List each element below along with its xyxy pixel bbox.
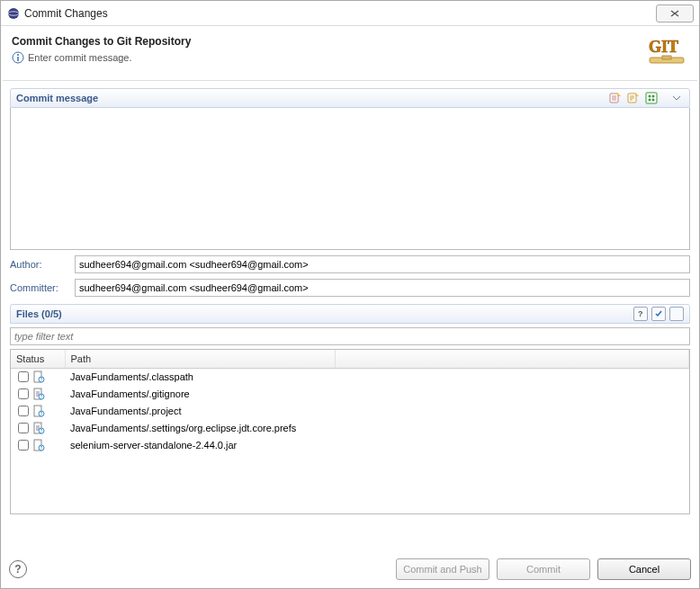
button-row: ? Commit and Push Commit Cancel (9, 558, 691, 580)
svg-rect-10 (646, 93, 657, 103)
commit-message-header: Commit message (10, 88, 690, 108)
svg-point-12 (652, 95, 655, 98)
deselect-all-button[interactable] (669, 307, 684, 321)
file-checkbox[interactable] (18, 440, 29, 451)
svg-point-0 (8, 8, 19, 19)
header-title: Commit Changes to Git Repository (12, 35, 636, 48)
files-table-container: Status Path ? JavaFundaments/.classpath … (10, 349, 690, 514)
menu-dropdown-icon[interactable] (669, 91, 684, 105)
svg-point-13 (649, 99, 651, 102)
column-status[interactable]: Status (11, 350, 65, 368)
file-path: JavaFundaments/.classpath (65, 368, 335, 386)
commit-and-push-button[interactable]: Commit and Push (396, 558, 489, 580)
svg-text:GIT: GIT (649, 38, 678, 56)
commit-button[interactable]: Commit (497, 558, 590, 580)
filter-input[interactable] (10, 327, 690, 345)
svg-text:?: ? (40, 377, 43, 382)
column-spacer (335, 350, 689, 368)
svg-point-11 (649, 95, 651, 98)
committer-input[interactable] (75, 279, 690, 297)
commit-message-input[interactable] (11, 108, 689, 249)
files-table: Status Path ? JavaFundaments/.classpath … (11, 350, 689, 454)
commit-message-container (10, 108, 690, 250)
author-label: Author: (10, 259, 67, 270)
eclipse-icon (6, 6, 21, 21)
table-row[interactable]: ? selenium-server-standalone-2.44.0.jar (11, 437, 689, 454)
file-path: JavaFundaments/.project (65, 403, 335, 420)
svg-point-3 (17, 54, 19, 56)
file-checkbox[interactable] (18, 423, 29, 433)
window-title: Commit Changes (24, 7, 656, 20)
commit-message-label: Commit message (16, 93, 98, 103)
file-checkbox[interactable] (18, 371, 29, 382)
svg-text:?: ? (40, 428, 43, 433)
file-icon: ? (32, 370, 45, 383)
cancel-button[interactable]: Cancel (597, 558, 691, 580)
git-logo: GIT (645, 35, 688, 71)
file-icon: ? (32, 388, 45, 400)
svg-text:?: ? (40, 445, 43, 451)
svg-text:?: ? (40, 411, 43, 416)
signoff-icon[interactable] (626, 91, 641, 105)
svg-text:?: ? (40, 394, 43, 399)
file-checkbox[interactable] (18, 388, 29, 399)
question-icon: ? (636, 309, 645, 318)
table-row[interactable]: ? JavaFundaments/.project (11, 403, 689, 420)
dialog-header: Commit Changes to Git Repository Enter c… (1, 26, 699, 80)
files-label: Files (0/5) (16, 308, 62, 319)
checkmark-icon (654, 309, 663, 318)
files-header: Files (0/5) ? (10, 304, 690, 324)
select-all-button[interactable] (651, 307, 666, 321)
svg-point-14 (652, 99, 655, 102)
table-row[interactable]: ? JavaFundaments/.gitignore (11, 386, 689, 403)
svg-rect-4 (17, 57, 18, 61)
file-checkbox[interactable] (18, 406, 29, 416)
svg-text:?: ? (638, 309, 643, 318)
file-icon: ? (32, 405, 45, 417)
column-path[interactable]: Path (65, 350, 335, 368)
titlebar: Commit Changes (1, 1, 699, 26)
file-icon: ? (32, 439, 45, 451)
help-button[interactable]: ? (9, 560, 27, 578)
close-icon (669, 9, 680, 18)
file-icon: ? (32, 422, 45, 434)
committer-label: Committer: (10, 282, 67, 293)
author-input[interactable] (75, 255, 690, 273)
file-path: selenium-server-standalone-2.44.0.jar (65, 437, 335, 454)
window-close-button[interactable] (656, 4, 694, 22)
svg-rect-7 (662, 56, 671, 59)
table-row[interactable]: ? JavaFundaments/.classpath (11, 368, 689, 386)
info-icon (12, 51, 24, 64)
table-row[interactable]: ? JavaFundaments/.settings/org.eclipse.j… (11, 420, 689, 437)
file-path: JavaFundaments/.settings/org.eclipse.jdt… (65, 420, 335, 437)
changeid-icon[interactable] (644, 91, 659, 105)
amend-icon[interactable] (608, 91, 623, 105)
header-subtitle: Enter commit message. (28, 52, 132, 63)
show-untracked-button[interactable]: ? (633, 307, 648, 321)
file-path: JavaFundaments/.gitignore (65, 386, 335, 403)
